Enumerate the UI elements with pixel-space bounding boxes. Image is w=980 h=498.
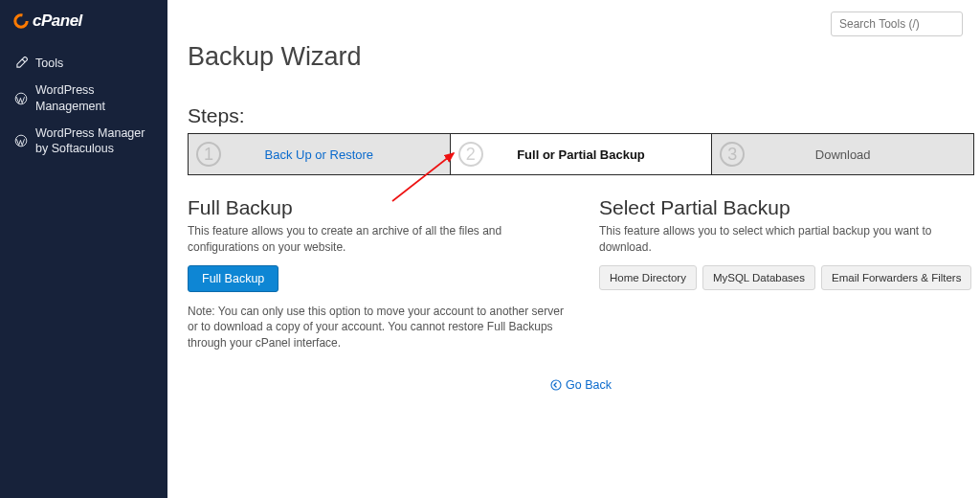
steps-heading: Steps: — [188, 104, 975, 127]
search-input[interactable] — [831, 11, 963, 36]
svg-point-3 — [551, 380, 561, 390]
content-row: Full Backup This feature allows you to c… — [188, 196, 974, 351]
wordpress-icon — [13, 133, 29, 148]
cpanel-c-icon — [13, 13, 29, 29]
step-number: 1 — [196, 142, 221, 167]
step-label: Back Up or Restore — [265, 147, 373, 162]
arrow-left-circle-icon — [550, 379, 562, 391]
go-back-label: Go Back — [566, 378, 612, 392]
full-backup-title: Full Backup — [188, 196, 576, 219]
wordpress-icon — [13, 91, 29, 106]
full-backup-button[interactable]: Full Backup — [188, 265, 278, 292]
sidebar-item-label: WordPress Manager by Softaculous — [35, 125, 154, 157]
step-full-or-partial[interactable]: 2 Full or Partial Backup — [450, 134, 712, 174]
step-download[interactable]: 3 Download — [711, 134, 973, 174]
partial-backup-section: Select Partial Backup This feature allow… — [597, 196, 974, 351]
steps-row: 1 Back Up or Restore 2 Full or Partial B… — [188, 133, 974, 175]
sidebar-item-wp-manager-softaculous[interactable]: WordPress Manager by Softaculous — [0, 120, 167, 163]
step-backup-or-restore[interactable]: 1 Back Up or Restore — [189, 134, 450, 174]
svg-point-0 — [15, 15, 27, 27]
partial-mysql-databases-button[interactable]: MySQL Databases — [702, 265, 815, 290]
brand-text: cPanel — [33, 11, 82, 31]
step-label: Download — [815, 147, 871, 162]
brand-logo[interactable]: cPanel — [0, 0, 167, 38]
partial-home-directory-button[interactable]: Home Directory — [599, 265, 697, 290]
sidebar: cPanel Tools WordPress Management WordPr… — [0, 0, 167, 498]
partial-backup-desc: This feature allows you to select which … — [599, 223, 974, 256]
full-backup-section: Full Backup This feature allows you to c… — [188, 196, 597, 351]
step-number: 2 — [458, 142, 483, 167]
go-back-link[interactable]: Go Back — [550, 378, 612, 392]
full-backup-note: Note: You can only use this option to mo… — [188, 304, 576, 351]
go-back-row: Go Back — [188, 378, 974, 394]
sidebar-nav: Tools WordPress Management WordPress Man… — [0, 38, 167, 162]
partial-backup-title: Select Partial Backup — [599, 196, 974, 219]
sidebar-item-label: Tools — [35, 56, 63, 71]
page-title: Backup Wizard — [188, 42, 975, 72]
main-content: Backup Wizard Steps: 1 Back Up or Restor… — [188, 42, 975, 498]
partial-email-forwarders-button[interactable]: Email Forwarders & Filters — [821, 265, 971, 290]
sidebar-item-wp-management[interactable]: WordPress Management — [0, 77, 167, 120]
full-backup-desc: This feature allows you to create an arc… — [188, 223, 576, 256]
partial-backup-options: Home Directory MySQL Databases Email For… — [599, 265, 974, 290]
search-tools — [831, 11, 963, 36]
sidebar-item-tools[interactable]: Tools — [0, 50, 167, 77]
step-number: 3 — [720, 142, 745, 167]
wrench-icon — [13, 56, 29, 71]
step-label: Full or Partial Backup — [517, 147, 645, 162]
sidebar-item-label: WordPress Management — [35, 82, 154, 114]
